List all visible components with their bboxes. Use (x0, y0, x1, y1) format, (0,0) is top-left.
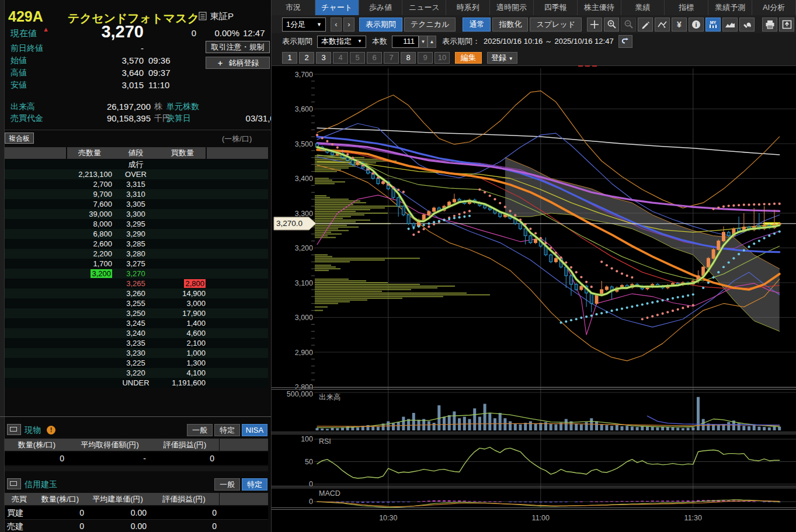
preset-button-4[interactable]: 4 (333, 52, 348, 64)
margin-table-row[interactable]: 買建00.000 (5, 506, 268, 520)
order-book-row[interactable]: 3,2003,270 (5, 269, 268, 279)
toolbar-button-指数化[interactable]: 指数化 (492, 18, 528, 32)
tab-AI分析[interactable]: AI分析 (752, 0, 796, 15)
tab-チャート[interactable]: チャート (315, 0, 359, 15)
order-book-row[interactable]: 1,7003,275 (5, 259, 268, 269)
export-icon[interactable] (779, 18, 794, 32)
buy-qty-cell: 3,000 (159, 298, 206, 308)
preset-button-8[interactable]: 8 (401, 52, 416, 64)
preset-button-9[interactable]: 9 (418, 52, 433, 64)
next-button[interactable]: › (343, 18, 354, 32)
order-book-row[interactable]: 3,2301,000 (5, 348, 268, 358)
trade-caution-button[interactable]: 取引注意・規制 (206, 41, 270, 53)
add-watchlist-button[interactable]: ＋銘柄登録 (206, 57, 270, 69)
preset-button-2[interactable]: 2 (299, 52, 314, 64)
spot-tab-0[interactable]: 一般 (187, 424, 213, 436)
order-book-row[interactable]: UNDER1,191,600 (5, 378, 268, 388)
order-book-row[interactable]: 2,213,100OVER (5, 169, 268, 179)
chart-canvas[interactable]: 3,7003,6003,5003,4003,3003,2003,1003,000… (272, 65, 796, 532)
tab-業績[interactable]: 業績 (621, 0, 665, 15)
margin-table-row[interactable]: 売建00.000 (5, 520, 268, 532)
tab-ニュース[interactable]: ニュース (402, 0, 446, 15)
toolbar-button-表示期間[interactable]: 表示期間 (359, 18, 402, 32)
tab-業績予測[interactable]: 業績予測 (708, 0, 752, 15)
register-button[interactable]: 登録 ▼ (487, 52, 517, 64)
margin-table-header: 売買数量(株/口)平均建単価(円)評価損益(円) (5, 493, 268, 505)
order-book-row[interactable]: 3,2204,100 (5, 368, 268, 378)
tab-指標[interactable]: 指標 (665, 0, 708, 15)
order-book-row[interactable]: 3,2553,000 (5, 298, 268, 308)
composite-board-button[interactable]: 複合板 (5, 133, 34, 144)
settings-wrench-icon[interactable] (739, 18, 755, 32)
tab-四季報[interactable]: 四季報 (534, 0, 578, 15)
tab-市況[interactable]: 市況 (272, 0, 315, 15)
order-book-row[interactable]: 3,2352,100 (5, 338, 268, 348)
popout-icon[interactable] (7, 478, 21, 491)
order-book-row[interactable]: 3,2404,600 (5, 328, 268, 338)
margin-tab-0[interactable]: 一般 (214, 478, 240, 491)
order-book-row[interactable]: 2,6003,285 (5, 239, 268, 249)
reset-period-icon[interactable] (618, 35, 632, 48)
order-book-row[interactable]: 2,7003,315 (5, 179, 268, 189)
order-book-row[interactable]: 6,8003,290 (5, 229, 268, 239)
svg-text:¥: ¥ (677, 20, 682, 29)
sell-qty-cell (67, 348, 112, 358)
preset-button-5[interactable]: 5 (350, 52, 365, 64)
count-decrement-button[interactable]: ▼ (419, 36, 427, 48)
preset-button-6[interactable]: 6 (367, 52, 382, 64)
trendline-icon[interactable] (655, 18, 670, 32)
order-book-row[interactable]: 3,2251,300 (5, 358, 268, 368)
content-tabbar: 市況チャート歩み値ニュース時系列適時開示四季報株主優待業績指標業績予測AI分析 (272, 0, 796, 15)
price-chart[interactable]: 3,7003,6003,5003,4003,3003,2003,1003,000… (272, 65, 796, 532)
spot-tab-2[interactable]: NISA (242, 424, 267, 436)
period-mode-select[interactable]: 本数指定▼ (317, 36, 366, 48)
preset-button-3[interactable]: 3 (316, 52, 331, 64)
yen-icon[interactable]: ¥ (672, 18, 687, 32)
preset-button-1[interactable]: 1 (282, 52, 297, 64)
order-book-row[interactable]: 3,2451,400 (5, 318, 268, 328)
crosshair-icon[interactable] (587, 18, 602, 32)
preset-button-10[interactable]: 10 (435, 52, 450, 64)
order-book-row[interactable]: 成行 (5, 159, 268, 169)
count-increment-button[interactable]: ▲ (427, 36, 436, 48)
interval-select[interactable]: 1分足▼ (282, 18, 326, 32)
tab-株主優待[interactable]: 株主優待 (578, 0, 621, 15)
order-book-row[interactable]: 8,0003,295 (5, 219, 268, 229)
count-input[interactable]: 111 (392, 36, 419, 48)
popout-icon[interactable] (7, 424, 21, 437)
order-book-row[interactable]: 39,0003,300 (5, 209, 268, 219)
tab-適時開示[interactable]: 適時開示 (490, 0, 534, 15)
spot-tab-1[interactable]: 特定 (214, 424, 240, 436)
order-book-row[interactable]: 9,7003,310 (5, 189, 268, 199)
svg-text:3,270.0: 3,270.0 (276, 219, 303, 228)
price-cell: 3,240 (112, 328, 159, 338)
margin-cell: 0.00 (86, 520, 147, 532)
spot-table-row[interactable]: 0-0 (5, 452, 268, 465)
edit-button[interactable]: 編集 (455, 52, 482, 64)
my-chart-icon[interactable]: MY (705, 18, 721, 32)
price-cell: 3,255 (112, 298, 159, 308)
margin-tab-1[interactable]: 特定 (242, 478, 267, 491)
buy-qty-cell: 1,191,600 (159, 378, 206, 388)
tab-時系列[interactable]: 時系列 (446, 0, 490, 15)
preset-button-7[interactable]: 7 (384, 52, 399, 64)
zoom-in-icon[interactable] (604, 18, 619, 32)
prev-button[interactable]: ‹ (331, 18, 342, 32)
toolbar-button-スプレッド[interactable]: スプレッド (530, 18, 582, 32)
order-book-row[interactable]: 2,2003,280 (5, 249, 268, 259)
order-book-row[interactable]: 3,25017,900 (5, 308, 268, 318)
info-icon[interactable]: i (689, 18, 704, 32)
print-icon[interactable] (762, 18, 777, 32)
zoom-out-icon[interactable] (621, 18, 636, 32)
order-book-header: 売数量値段買数量 (5, 147, 268, 159)
stock-info-panel: 429A テクセンドフォトマスク 東証P 現在値 ▲ 3,270 0 0.00%… (0, 0, 272, 532)
area-chart-icon[interactable] (722, 18, 738, 32)
order-book-row[interactable]: 7,6003,305 (5, 199, 268, 209)
order-book-row[interactable]: 3,26014,900 (5, 288, 268, 298)
tab-歩み値[interactable]: 歩み値 (359, 0, 403, 15)
margin-side-label: 売建 (7, 520, 23, 532)
toolbar-button-通常[interactable]: 通常 (463, 18, 491, 32)
order-book-row[interactable]: 3,2652,800 (5, 279, 268, 288)
pencil-icon[interactable] (638, 18, 653, 32)
toolbar-button-テクニカル[interactable]: テクニカル (404, 18, 456, 32)
